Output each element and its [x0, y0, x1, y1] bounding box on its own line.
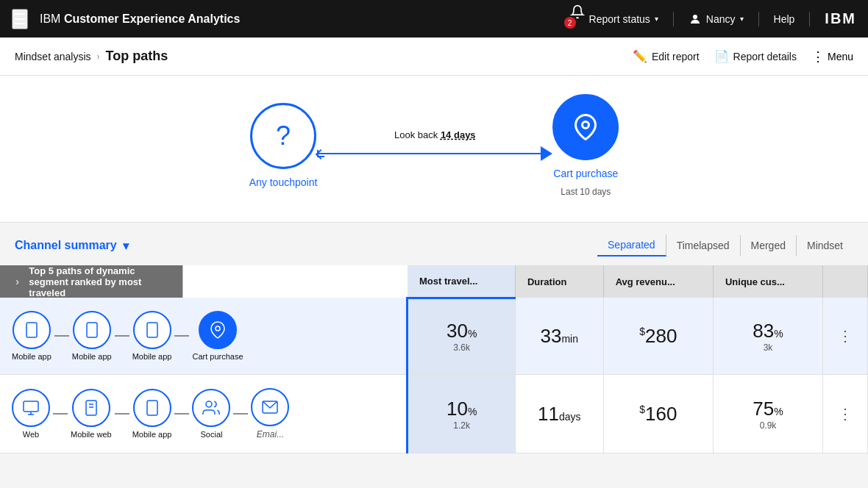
svg-rect-12 [86, 401, 96, 415]
mobile-app-node-1 [13, 311, 51, 349]
arrow-head [541, 146, 552, 161]
to-node-label: Cart purchase [553, 168, 618, 179]
svg-point-0 [693, 15, 697, 19]
email-node [251, 388, 289, 426]
breadcrumb-actions: ✏️ Edit report 📄 Report details ⋮ Menu [633, 49, 853, 65]
most-traveled-cell: 10% 1.2k [408, 375, 515, 453]
social-icon [202, 399, 220, 417]
channel-summary-toggle[interactable]: Channel summary ▾ [15, 239, 129, 253]
avg-revenue-cell: $280 [603, 298, 713, 375]
hamburger-menu-button[interactable]: ☰ [12, 9, 28, 29]
to-node: Cart purchase Last 10 days [552, 94, 619, 197]
svg-rect-4 [87, 323, 97, 337]
path-connector [54, 335, 69, 337]
path-node-wrapper: Mobile app [132, 389, 172, 439]
duration-column-header: Duration [515, 265, 603, 298]
flow-connector: Look back 14 days [317, 129, 552, 161]
breadcrumb-bar: Mindset analysis › Top paths ✏️ Edit rep… [0, 37, 868, 76]
web-node [12, 389, 50, 427]
from-node: ? Any touchpoint [249, 103, 318, 188]
svg-point-8 [216, 326, 220, 331]
breadcrumb: Mindset analysis › Top paths [15, 49, 168, 64]
monitor-icon [22, 399, 40, 417]
arrow-track [317, 153, 541, 154]
path-nodes: Mobile app Mobile app [12, 305, 394, 367]
nav-divider [758, 12, 759, 26]
path-cell: Mobile app Mobile app [0, 298, 408, 375]
svg-point-17 [206, 401, 212, 407]
to-node-sublabel: Last 10 days [561, 187, 611, 197]
most-traveled-cell: 30% 3.6k [408, 298, 515, 375]
path-connector [174, 413, 189, 415]
tab-timelapsed[interactable]: Timelapsed [666, 235, 741, 256]
menu-button[interactable]: ⋮ Menu [811, 49, 853, 65]
svg-rect-6 [147, 323, 157, 337]
actions-column-header [823, 265, 868, 298]
svg-point-1 [583, 121, 589, 128]
notification-count-badge: 2 [564, 17, 576, 29]
path-connector [115, 413, 129, 415]
lookback-label: Look back 14 days [394, 129, 476, 140]
svg-rect-9 [24, 401, 38, 412]
tab-mindset[interactable]: Mindset [797, 235, 853, 256]
svg-rect-15 [147, 401, 157, 415]
user-menu-button[interactable]: Nancy ▾ [689, 12, 744, 26]
report-status-button[interactable]: 2 Report status ▾ [570, 4, 658, 33]
mobile-web-node [72, 389, 110, 427]
row-actions-cell: ⋮ [823, 375, 868, 453]
flow-section: ? Any touchpoint Look back 14 days Cart … [0, 76, 868, 223]
row-overflow-button[interactable]: ⋮ [835, 402, 855, 426]
unique-customers-cell: 75% 0.9k [713, 375, 822, 453]
path-node-wrapper: Web [12, 389, 50, 439]
cart-purchase-circle [552, 94, 619, 160]
path-connector [53, 413, 68, 415]
path-node-wrapper: Mobile app [12, 311, 51, 361]
row-actions-cell: ⋮ [823, 298, 868, 375]
channel-title-text: Channel summary [15, 239, 117, 252]
help-button[interactable]: Help [774, 13, 795, 25]
document-icon: 📄 [714, 49, 729, 63]
unique-customers-cell: 83% 3k [713, 298, 822, 375]
ibm-logo: IBM [825, 10, 856, 27]
row-overflow-button[interactable]: ⋮ [835, 324, 855, 348]
breadcrumb-current: Top paths [106, 49, 168, 64]
flow-arrow [317, 146, 552, 161]
edit-report-button[interactable]: ✏️ Edit report [633, 49, 700, 63]
channel-section: Channel summary ▾ Separated Timelapsed M… [0, 223, 868, 453]
tab-separated[interactable]: Separated [597, 234, 666, 256]
cart-purchase-node [199, 311, 237, 349]
report-details-button[interactable]: 📄 Report details [714, 49, 797, 63]
social-node [192, 389, 230, 427]
mobile-web-icon [82, 399, 100, 417]
chevron-down-icon: ▾ [740, 15, 744, 23]
expand-path-button[interactable]: › [12, 271, 23, 292]
mobile-icon [23, 321, 40, 339]
path-connector [174, 335, 189, 337]
table-row: Mobile app Mobile app [0, 298, 868, 375]
paths-table: › Top 5 paths of dynamic segment ranked … [0, 265, 868, 453]
mobile-app-node [133, 389, 171, 427]
path-node-wrapper: Mobile app [72, 311, 112, 361]
chevron-down-icon: ▾ [655, 15, 658, 23]
mobile-icon [83, 321, 101, 339]
breadcrumb-separator: › [97, 51, 100, 62]
mobile-app-node-2 [73, 311, 111, 349]
any-touchpoint-circle: ? [250, 103, 316, 169]
location-pin-icon [209, 321, 227, 339]
unique-customers-column-header: Unique cus... [713, 265, 822, 298]
chevron-down-icon: ▾ [123, 239, 129, 253]
path-nodes: Web Mobile web [12, 382, 394, 445]
from-node-label: Any touchpoint [249, 176, 318, 188]
breadcrumb-parent-link[interactable]: Mindset analysis [15, 51, 91, 62]
location-pin-icon [572, 114, 599, 140]
svg-rect-2 [26, 323, 37, 337]
path-cell: Web Mobile web [0, 375, 408, 453]
tab-merged[interactable]: Merged [741, 235, 797, 256]
app-title: IBM Customer Experience Analytics [40, 12, 558, 26]
view-tabs: Separated Timelapsed Merged Mindset [597, 234, 853, 256]
nav-divider [809, 12, 810, 26]
mobile-icon [143, 321, 161, 339]
avg-revenue-cell: $160 [603, 375, 713, 453]
overflow-icon: ⋮ [811, 49, 825, 65]
email-icon [261, 398, 279, 416]
